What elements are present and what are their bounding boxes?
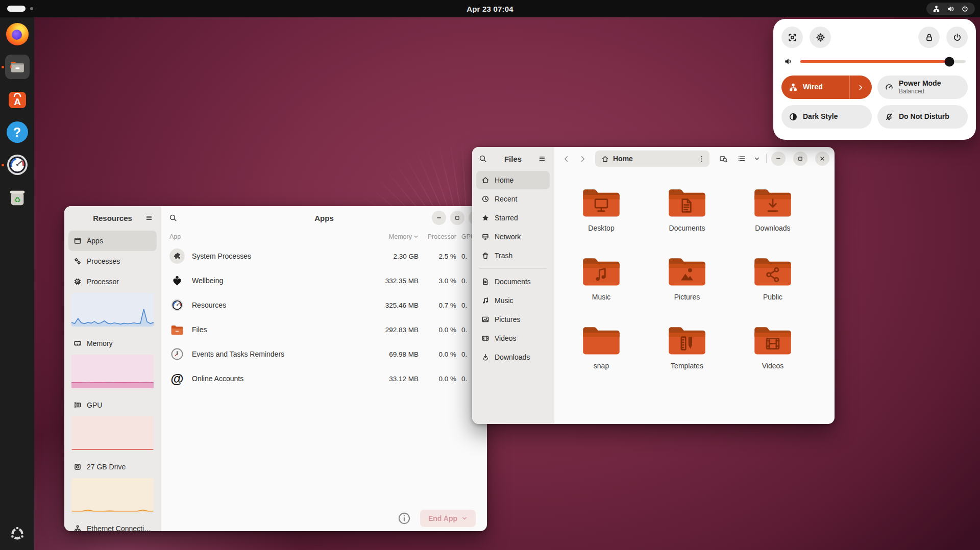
- view-options-button[interactable]: [752, 152, 762, 165]
- folder-videos[interactable]: Videos: [734, 323, 811, 370]
- dock-item-show-apps[interactable]: [5, 521, 30, 546]
- do-not-disturb-tile[interactable]: Do Not Disturb: [877, 105, 968, 129]
- folder-templates[interactable]: Templates: [649, 323, 725, 370]
- folder-icon: [579, 255, 623, 288]
- dock-item-help[interactable]: ?: [5, 120, 30, 144]
- folder-snap[interactable]: snap: [563, 323, 640, 370]
- files-sidebar-item-trash[interactable]: Trash: [476, 246, 550, 265]
- clock[interactable]: Apr 23 07:04: [0, 5, 980, 13]
- star-icon: [481, 214, 489, 222]
- folder-public[interactable]: Public: [734, 255, 811, 301]
- resources-sidebar-title: Resources: [93, 214, 132, 222]
- do-not-disturb-label: Do Not Disturb: [899, 113, 949, 120]
- do-not-disturb-icon: [885, 112, 894, 121]
- resources-sidebar-item-gpu[interactable]: GPU: [68, 395, 157, 415]
- processes-icon: [74, 257, 82, 265]
- folder-icon: [751, 255, 795, 288]
- folder-icon: [579, 186, 623, 219]
- files-search-button[interactable]: [475, 151, 491, 166]
- files-sidebar-item-network[interactable]: Network: [476, 228, 550, 246]
- list-view-toggle-button[interactable]: [734, 151, 749, 166]
- files-sidebar-item-pictures[interactable]: Pictures: [476, 310, 550, 329]
- files-sidebar-item-recent[interactable]: Recent: [476, 190, 550, 208]
- volume-icon: [947, 5, 954, 13]
- power-mode-tile[interactable]: Power Mode Balanced: [877, 76, 968, 99]
- files-maximize-button[interactable]: [793, 152, 807, 166]
- screenshot-button[interactable]: [781, 27, 803, 48]
- system-tray[interactable]: [926, 3, 975, 15]
- files-sidebar-item-home[interactable]: Home: [476, 171, 550, 189]
- app-row-system-processes[interactable]: System Processes2.30 GB2.5 %0.: [161, 244, 487, 268]
- app-row-resources[interactable]: Resources325.46 MB0.7 %0.: [161, 293, 487, 317]
- chevron-down-icon: [754, 156, 760, 162]
- music-icon: [481, 296, 489, 305]
- power-off-button[interactable]: [946, 27, 968, 48]
- resources-sidebar-item-apps[interactable]: Apps: [68, 231, 157, 251]
- files-sidebar-item-starred[interactable]: Starred: [476, 209, 550, 227]
- volume-slider[interactable]: [800, 60, 966, 63]
- resources-sidebar-item-memory[interactable]: Memory: [68, 333, 157, 354]
- dock-item-files[interactable]: [5, 55, 30, 79]
- end-app-button[interactable]: End App: [420, 510, 476, 527]
- pathbar[interactable]: Home: [595, 151, 709, 167]
- hamburger-icon: [538, 155, 546, 163]
- files-sidebar-item-music[interactable]: Music: [476, 291, 550, 310]
- app-info-button[interactable]: [398, 512, 411, 525]
- files-sidebar-item-documents[interactable]: Documents: [476, 272, 550, 291]
- wired-expand-button[interactable]: [849, 76, 872, 99]
- resources-maximize-button[interactable]: [450, 211, 464, 225]
- wired-network-tile[interactable]: Wired: [781, 76, 872, 99]
- resources-sidebar-item-27-gb-drive[interactable]: 27 GB Drive: [68, 457, 157, 477]
- app-name: Wellbeing: [192, 277, 358, 285]
- resources-sidebar-item-processes[interactable]: Processes: [68, 251, 157, 271]
- files-close-button[interactable]: [815, 152, 829, 166]
- app-memory: 69.98 MB: [358, 351, 419, 358]
- 27-gb-drive-usage-chart: [71, 478, 154, 512]
- app-row-wellbeing[interactable]: Wellbeing332.35 MB3.0 %0.: [161, 268, 487, 293]
- files-minimize-button[interactable]: [771, 152, 786, 166]
- resources-sidebar-item-ethernet-connecti[interactable]: Ethernet Connecti…: [68, 518, 157, 531]
- folder-pictures[interactable]: Pictures: [649, 255, 725, 301]
- app-memory: 292.83 MB: [358, 326, 419, 334]
- volume-slider-knob[interactable]: [944, 57, 954, 66]
- dark-style-tile[interactable]: Dark Style: [781, 105, 872, 129]
- column-processor[interactable]: Processor: [419, 233, 456, 240]
- folder-music[interactable]: Music: [563, 255, 640, 301]
- folder-label: Videos: [734, 362, 811, 370]
- files-sidebar-item-videos[interactable]: Videos: [476, 329, 550, 347]
- close-icon: [819, 155, 826, 162]
- folder-desktop[interactable]: Desktop: [563, 186, 640, 232]
- resources-sidebar: Resources AppsProcessesProcessorMemoryGP…: [64, 206, 161, 531]
- search-location-button[interactable]: [716, 151, 731, 166]
- forward-button[interactable]: [576, 152, 589, 165]
- files-sidebar-item-downloads[interactable]: Downloads: [476, 348, 550, 366]
- folder-downloads[interactable]: Downloads: [734, 186, 811, 232]
- app-name: System Processes: [192, 252, 358, 260]
- files-menu-button[interactable]: [534, 151, 550, 166]
- app-name: Files: [192, 326, 358, 334]
- app-row-files[interactable]: Files292.83 MB0.0 %0.: [161, 317, 487, 342]
- back-button[interactable]: [559, 152, 573, 165]
- column-memory[interactable]: Memory: [358, 233, 419, 240]
- resources-sidebar-item-processor[interactable]: Processor: [68, 271, 157, 292]
- location-options-kebab-icon[interactable]: [698, 155, 705, 163]
- quick-settings-panel: Wired Power Mode Balanced Dark Style Do …: [773, 19, 976, 140]
- power-icon: [961, 5, 969, 13]
- app-name: Resources: [192, 301, 358, 309]
- resources-menu-button[interactable]: [141, 210, 157, 226]
- column-app[interactable]: App: [169, 233, 358, 240]
- folder-icon: [751, 323, 795, 357]
- folder-label: Music: [563, 293, 640, 301]
- dock-item-firefox[interactable]: [5, 22, 30, 46]
- power-mode-sublabel: Balanced: [899, 88, 941, 95]
- dock-item-app-center[interactable]: A: [5, 87, 30, 112]
- lock-screen-button[interactable]: [918, 27, 940, 48]
- folder-documents[interactable]: Documents: [649, 186, 725, 232]
- dock-item-trash[interactable]: ♻: [5, 185, 30, 210]
- settings-button[interactable]: [810, 27, 831, 48]
- app-row-events-and-tasks-reminders[interactable]: Events and Tasks Reminders69.98 MB0.0 %0…: [161, 342, 487, 366]
- resources-minimize-button[interactable]: [432, 211, 446, 225]
- app-name: Online Accounts: [192, 374, 358, 383]
- dock-item-resources[interactable]: [5, 153, 30, 177]
- app-row-online-accounts[interactable]: @Online Accounts33.12 MB0.0 %0.: [161, 366, 487, 391]
